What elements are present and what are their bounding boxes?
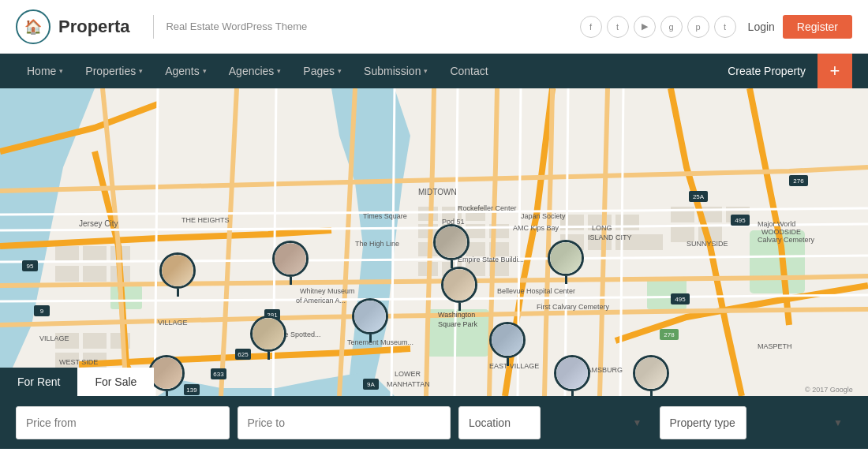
property-type-select-wrap: Property type House Apartment Office Stu… [660, 406, 853, 439]
tumblr-icon[interactable]: t [714, 16, 736, 38]
nav-submission[interactable]: Submission ▾ [353, 54, 439, 88]
svg-rect-15 [83, 333, 107, 349]
svg-text:LOWER: LOWER [395, 370, 421, 378]
svg-text:MIDTOWN: MIDTOWN [418, 188, 457, 196]
svg-text:9: 9 [40, 308, 44, 315]
map-pin-5[interactable] [432, 224, 471, 271]
map-pin-2[interactable] [271, 241, 310, 288]
nav-agents-arrow: ▾ [203, 67, 207, 75]
svg-text:Calvary Cemetery: Calvary Cemetery [758, 236, 815, 244]
create-property-button[interactable]: Create Property [716, 54, 817, 88]
map-pin-10[interactable] [552, 355, 592, 396]
svg-text:Times Square: Times Square [363, 212, 407, 220]
svg-text:495: 495 [735, 217, 746, 224]
price-to-input[interactable] [238, 406, 451, 439]
register-button[interactable]: Register [783, 15, 852, 39]
svg-text:276: 276 [793, 177, 804, 185]
svg-text:THE HEIGHTS: THE HEIGHTS [181, 216, 230, 224]
map-pin-6[interactable] [440, 267, 479, 314]
nav-agencies-arrow: ▾ [277, 67, 281, 75]
map-pin-3[interactable] [249, 316, 288, 363]
tab-for-rent[interactable]: For Rent [0, 368, 77, 396]
nav-agents-label: Agents [165, 65, 200, 77]
svg-rect-9 [83, 246, 107, 262]
facebook-icon[interactable]: f [580, 16, 602, 38]
svg-text:Whitney Museum: Whitney Museum [300, 287, 355, 295]
nav-properties-arrow: ▾ [139, 67, 143, 75]
login-button[interactable]: Login [748, 21, 775, 33]
svg-text:The High Line: The High Line [355, 240, 399, 248]
nav-home[interactable]: Home ▾ [16, 54, 74, 88]
header-divider [153, 15, 154, 39]
svg-text:95: 95 [27, 263, 34, 270]
svg-text:Bellevue Hospital Center: Bellevue Hospital Center [497, 287, 575, 295]
googleplus-icon[interactable]: g [660, 16, 683, 38]
svg-text:625: 625 [238, 351, 249, 358]
svg-rect-36 [615, 215, 639, 230]
svg-text:MASPETH: MASPETH [758, 342, 792, 350]
nav-items: Home ▾ Properties ▾ Agents ▾ Agencies ▾ … [16, 54, 716, 88]
svg-text:Rockefeller Center: Rockefeller Center [458, 204, 517, 212]
svg-text:278: 278 [664, 331, 675, 338]
svg-rect-19 [418, 207, 438, 221]
tagline: Real Estate WordPress Theme [166, 21, 579, 32]
svg-text:VILLAGE: VILLAGE [158, 319, 188, 327]
map-container: Jersey City WEST SIDE VILLAGE VILLAGE MI… [0, 88, 868, 396]
nav-contact[interactable]: Contact [439, 54, 499, 88]
tab-for-sale[interactable]: For Sale [77, 368, 154, 396]
property-type-select-arrow: ▼ [833, 417, 843, 428]
map-tabs: For Rent For Sale [0, 368, 154, 396]
svg-rect-12 [83, 266, 107, 282]
svg-text:25A: 25A [693, 193, 705, 200]
svg-text:Major World: Major World [758, 220, 795, 228]
logo-wrap: 🏠 Properta [16, 9, 129, 44]
map-pin-4[interactable] [350, 298, 390, 346]
logo-text: Properta [58, 17, 129, 37]
svg-rect-7 [110, 286, 142, 309]
svg-text:AMC Kips Bay: AMC Kips Bay [513, 224, 559, 232]
svg-text:of American A...: of American A... [296, 297, 346, 304]
nav-agencies[interactable]: Agencies ▾ [218, 54, 293, 88]
location-select[interactable]: Location New York Los Angeles Chicago [458, 406, 541, 439]
property-type-select[interactable]: Property type House Apartment Office Stu… [660, 406, 746, 439]
header: 🏠 Properta Real Estate WordPress Theme f… [0, 0, 868, 54]
svg-text:WOODSIDE: WOODSIDE [761, 228, 801, 236]
nav-pages[interactable]: Pages ▾ [292, 54, 353, 88]
svg-text:WEST SIDE: WEST SIDE [59, 358, 98, 366]
nav-pages-label: Pages [303, 65, 335, 77]
pinterest-icon[interactable]: p [687, 16, 709, 38]
map-pin-1[interactable] [158, 252, 197, 300]
youtube-icon[interactable]: ▶ [634, 16, 656, 38]
map-pin-7[interactable] [488, 322, 527, 369]
twitter-icon[interactable]: t [607, 16, 629, 38]
map-pin-8[interactable] [546, 240, 586, 287]
plus-button[interactable]: + [817, 54, 852, 88]
header-auth: Login Register [748, 15, 852, 39]
nav-home-label: Home [27, 65, 56, 77]
svg-text:VILLAGE: VILLAGE [39, 334, 69, 342]
svg-text:First Calvary Cemetery: First Calvary Cemetery [537, 303, 610, 311]
svg-text:SUNNYSIDE: SUNNYSIDE [687, 240, 728, 248]
location-select-arrow: ▼ [633, 417, 642, 428]
svg-rect-40 [639, 234, 663, 250]
nav-properties[interactable]: Properties ▾ [74, 54, 154, 88]
nav-contact-label: Contact [450, 65, 488, 77]
nav-properties-label: Properties [85, 65, 136, 77]
svg-text:© 2017 Google: © 2017 Google [805, 386, 853, 394]
logo-icon: 🏠 [16, 9, 51, 44]
svg-text:LONG: LONG [592, 224, 612, 232]
svg-text:139: 139 [186, 387, 197, 394]
nav-home-arrow: ▾ [59, 67, 63, 75]
nav-agencies-label: Agencies [229, 65, 275, 77]
location-select-wrap: Location New York Los Angeles Chicago ▼ [458, 406, 652, 439]
nav-agents[interactable]: Agents ▾ [154, 54, 218, 88]
svg-rect-8 [55, 246, 79, 262]
navbar: Home ▾ Properties ▾ Agents ▾ Agencies ▾ … [0, 54, 868, 88]
map-pin-11[interactable] [631, 355, 671, 396]
nav-pages-arrow: ▾ [338, 67, 342, 75]
svg-text:MANHATTAN: MANHATTAN [387, 380, 430, 388]
svg-text:ISLAND CITY: ISLAND CITY [588, 233, 632, 241]
svg-text:633: 633 [213, 371, 224, 378]
price-from-input[interactable] [16, 406, 230, 439]
svg-text:Square Park: Square Park [438, 320, 478, 328]
